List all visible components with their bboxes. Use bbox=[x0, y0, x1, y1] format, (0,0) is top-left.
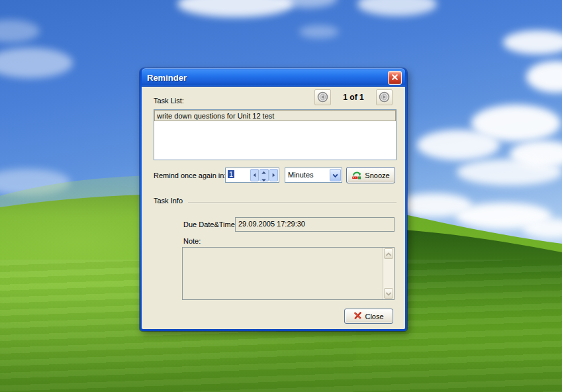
snooze-icon bbox=[351, 170, 362, 181]
scroll-down-button[interactable] bbox=[384, 288, 393, 299]
close-button-label: Close bbox=[365, 313, 383, 320]
arrow-left-icon bbox=[252, 172, 258, 179]
arrow-up-icon bbox=[261, 168, 267, 175]
chevron-down-icon bbox=[385, 289, 392, 297]
titlebar[interactable]: Reminder bbox=[142, 68, 405, 87]
reminder-window: Reminder Task List: 1 of 1 bbox=[140, 68, 407, 331]
note-text[interactable] bbox=[183, 248, 383, 299]
snooze-button-label: Snooze bbox=[365, 172, 389, 179]
circle-left-arrow-icon bbox=[317, 91, 328, 104]
interval-unit-combobox[interactable]: Minutes bbox=[285, 168, 342, 183]
previous-task-button[interactable] bbox=[314, 89, 331, 105]
spinner-buttons bbox=[250, 168, 279, 182]
snooze-button[interactable]: Snooze bbox=[346, 167, 395, 183]
arrow-down-icon bbox=[261, 175, 267, 183]
scroll-up-button[interactable] bbox=[384, 248, 393, 259]
spin-right-button[interactable] bbox=[269, 169, 278, 181]
task-list-label: Task List: bbox=[154, 97, 184, 105]
selected-value: 1 bbox=[228, 170, 234, 178]
remind-again-label: Remind once again in: bbox=[154, 172, 226, 179]
close-window-button[interactable] bbox=[388, 71, 402, 85]
note-scrollbar[interactable] bbox=[383, 248, 394, 299]
close-button[interactable]: Close bbox=[344, 309, 393, 324]
task-info-group-line bbox=[188, 202, 397, 203]
remind-interval-input[interactable]: 1 bbox=[226, 168, 250, 182]
chevron-up-icon bbox=[385, 250, 392, 258]
due-date-field[interactable]: 29.09.2005 17:29:30 bbox=[235, 217, 395, 232]
combobox-dropdown-button[interactable] bbox=[330, 169, 341, 181]
red-x-icon bbox=[353, 311, 362, 321]
chevron-down-icon bbox=[332, 172, 338, 179]
arrow-right-icon bbox=[271, 172, 277, 179]
task-pager-text: 1 of 1 bbox=[332, 93, 375, 102]
circle-right-arrow-icon bbox=[379, 91, 390, 104]
note-text-area[interactable] bbox=[182, 247, 395, 300]
remind-interval-spinner[interactable]: 1 bbox=[225, 168, 279, 183]
task-list-item[interactable]: write down questions for Unit 12 test bbox=[154, 110, 396, 121]
interval-unit-value: Minutes bbox=[285, 168, 329, 182]
next-task-button[interactable] bbox=[376, 89, 393, 105]
dialog-body: Task List: 1 of 1 write down qu bbox=[142, 87, 405, 329]
spin-updown-button[interactable] bbox=[259, 169, 268, 181]
task-info-group-label: Task Info bbox=[154, 197, 183, 205]
due-date-label: Due Date&Time: bbox=[183, 220, 237, 228]
note-label: Note: bbox=[183, 237, 201, 245]
window-title: Reminder bbox=[147, 73, 388, 83]
task-list-box[interactable]: write down questions for Unit 12 test bbox=[154, 109, 397, 160]
spin-left-button[interactable] bbox=[250, 169, 259, 181]
close-icon bbox=[391, 72, 398, 83]
